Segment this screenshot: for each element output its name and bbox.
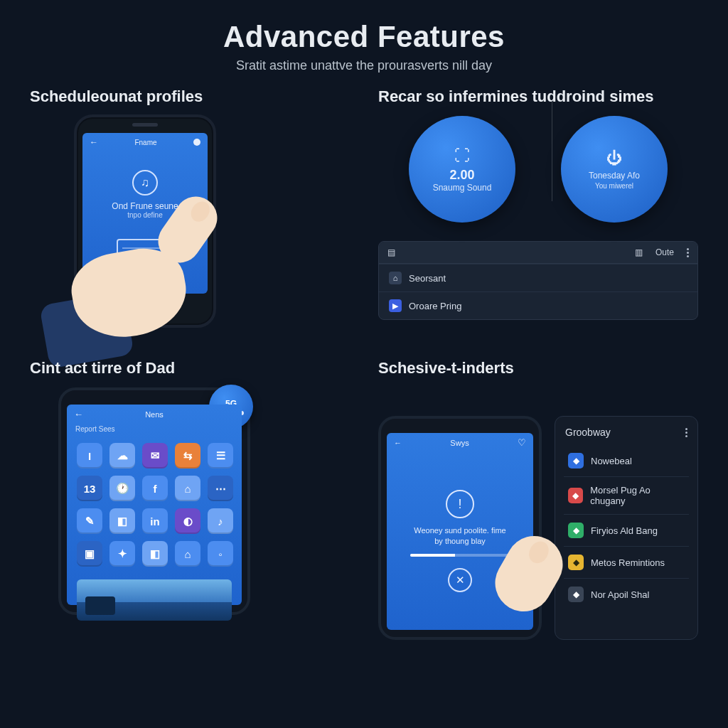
sound-profile-icon: ♫ bbox=[132, 170, 158, 196]
app-icon[interactable]: ✎ bbox=[77, 508, 102, 534]
app-icon[interactable]: ⌂ bbox=[175, 541, 200, 567]
section-schedule-profiles-heading: Scheduleounat profiles bbox=[30, 87, 350, 106]
reminder-line1: Weoney sund poolite. fime bbox=[414, 525, 505, 536]
list-item-label: Nor Apoil Shal bbox=[591, 589, 649, 600]
reminder-line2: by thoung blay bbox=[414, 536, 505, 547]
panel-row-label: Oroare Pring bbox=[409, 301, 461, 311]
page-title: Advanced Features bbox=[30, 20, 698, 54]
list-item-label: Morsel Pug Ao chugany bbox=[590, 485, 685, 506]
app-icon[interactable]: 13 bbox=[77, 476, 102, 501]
list-item-icon: ◆ bbox=[568, 587, 584, 602]
app-icon[interactable]: ✉ bbox=[142, 443, 168, 469]
back-icon[interactable]: ← bbox=[394, 439, 402, 447]
app-icon[interactable]: ☁ bbox=[109, 443, 135, 469]
app-icon[interactable]: ⋯ bbox=[208, 476, 233, 501]
app-icon[interactable]: ◦ bbox=[208, 541, 233, 567]
stat-line2: You miwerel bbox=[595, 182, 633, 190]
phone-header-label: Swys bbox=[450, 439, 469, 447]
app-icon[interactable]: ♪ bbox=[208, 508, 233, 534]
list-item[interactable]: ◆Nor Apoil Shal bbox=[564, 578, 689, 610]
list-item[interactable]: ◆Metos Remintions bbox=[564, 546, 689, 578]
app-icon[interactable]: ◧ bbox=[142, 541, 168, 567]
list-item[interactable]: ◆Morsel Pug Ao chugany bbox=[564, 476, 689, 514]
menu-dot-icon[interactable] bbox=[193, 139, 200, 146]
stat-label: Snaumg Sound bbox=[433, 183, 492, 193]
stat-value: 2.00 bbox=[449, 168, 474, 183]
heart-icon[interactable]: ♡ bbox=[518, 437, 526, 448]
list-item-icon: ◆ bbox=[568, 488, 583, 503]
app-icon[interactable]: ⇆ bbox=[175, 443, 200, 469]
panel-header-label: Oute bbox=[655, 247, 674, 257]
app-icon[interactable]: in bbox=[142, 508, 168, 534]
home-icon: ⌂ bbox=[389, 272, 402, 284]
list-item-icon: ◆ bbox=[568, 555, 584, 570]
panel-row[interactable]: ⌂ Seorsant bbox=[379, 264, 697, 291]
phone-subheader: Report Sees bbox=[67, 424, 242, 437]
section-time-of-day-heading: Cint act tirre of Dad bbox=[30, 359, 350, 378]
app-icon[interactable]: ▣ bbox=[77, 541, 102, 567]
profile-subtitle: tnpo define bbox=[82, 211, 208, 219]
card-placeholder-icon bbox=[117, 239, 173, 260]
back-icon[interactable]: ← bbox=[90, 137, 98, 147]
panel-row-label: Seorsant bbox=[409, 273, 446, 284]
phone-mockup-reminder: ← Swys ♡ ! Weoney sund poolite. fime by … bbox=[378, 416, 542, 640]
app-icon[interactable]: ⌂ bbox=[175, 476, 200, 501]
stat-circle-sound[interactable]: ⛶ 2.00 Snaumg Sound bbox=[409, 116, 515, 223]
app-icon[interactable]: 🕐 bbox=[109, 476, 135, 501]
page-subtitle: Sratit astime unattve the prourasverts n… bbox=[30, 58, 698, 73]
photo-thumbnail[interactable] bbox=[77, 579, 232, 621]
list-item-icon: ◆ bbox=[568, 523, 584, 538]
more-icon[interactable] bbox=[685, 428, 687, 437]
section-reminders-heading: Schesive-t-inderts bbox=[378, 359, 698, 378]
list-item-label: Firyios Ald Bang bbox=[591, 525, 658, 536]
reminder-list-card: Groobway ◆Nowebeal◆Morsel Pug Ao chugany… bbox=[555, 416, 698, 640]
schedule-panel: ▤ ▥ Oute ⌂ Seorsant ▶ Oroare Pring bbox=[378, 241, 698, 320]
image-icon: ▤ bbox=[387, 247, 395, 257]
app-icon[interactable]: ◐ bbox=[175, 508, 200, 534]
list-item[interactable]: ◆Nowebeal bbox=[564, 445, 689, 476]
play-icon: ▶ bbox=[389, 299, 402, 312]
panel-row[interactable]: ▶ Oroare Pring bbox=[379, 291, 697, 319]
list-item-label: Metos Remintions bbox=[591, 557, 665, 568]
phone-mockup-apps: 5G ← Nens Report Sees I☁✉⇆☰13🕐f⌂⋯✎◧in◐♪▣… bbox=[58, 387, 250, 615]
profile-title: Ond Frune seune bbox=[82, 201, 208, 211]
power-icon: ⏻ bbox=[606, 149, 622, 168]
home-button[interactable] bbox=[135, 298, 155, 318]
stat-circle-day[interactable]: ⏻ Tonesday Afo You miwerel bbox=[561, 116, 668, 223]
person-icon: ⛶ bbox=[454, 146, 470, 165]
more-icon[interactable] bbox=[687, 248, 689, 257]
section-recurring-heading: Recar so infermines tuddroind simes bbox=[378, 87, 698, 106]
phone-mockup-schedule: ← Fname ♫ Ond Frune seune tnpo define bbox=[74, 114, 216, 328]
progress-bar bbox=[410, 554, 509, 557]
app-icon[interactable]: I bbox=[77, 443, 102, 469]
list-icon: ▥ bbox=[635, 247, 643, 257]
close-button[interactable]: ✕ bbox=[448, 568, 472, 592]
list-item[interactable]: ◆Firyios Ald Bang bbox=[564, 514, 689, 546]
stat-line1: Tonesday Afo bbox=[589, 171, 640, 181]
list-item-icon: ◆ bbox=[568, 453, 584, 469]
list-title: Groobway bbox=[565, 427, 611, 438]
app-icon[interactable]: ✦ bbox=[109, 541, 135, 567]
back-icon[interactable]: ← bbox=[74, 409, 83, 419]
alert-icon: ! bbox=[446, 490, 474, 518]
app-icon[interactable]: f bbox=[142, 476, 168, 501]
app-icon[interactable]: ◧ bbox=[109, 508, 135, 534]
phone-header-label: Nens bbox=[145, 410, 164, 419]
list-item-label: Nowebeal bbox=[591, 456, 632, 466]
phone-header-label: Fname bbox=[134, 139, 156, 146]
app-icon[interactable]: ☰ bbox=[208, 443, 233, 469]
